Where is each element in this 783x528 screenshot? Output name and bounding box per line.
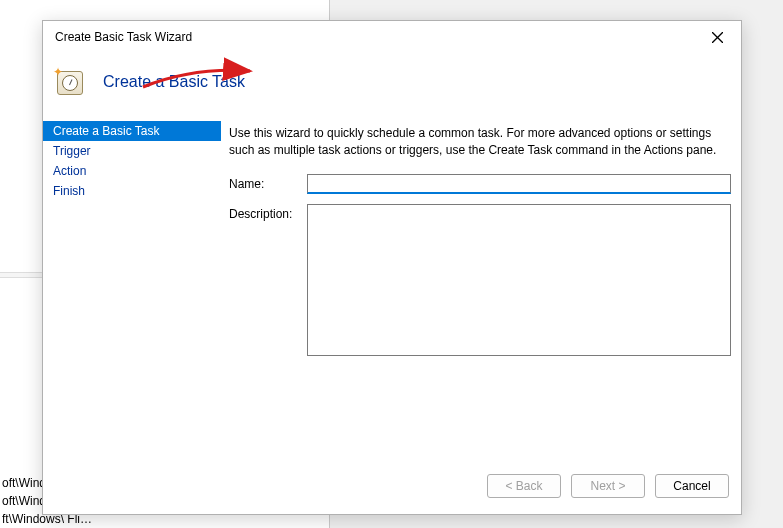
name-label: Name: [229, 174, 307, 191]
description-textarea[interactable] [307, 204, 731, 356]
cancel-button[interactable]: Cancel [655, 474, 729, 498]
wizard-clock-icon: ✦ [55, 67, 85, 97]
dialog-body: Create a Basic Task Trigger Action Finis… [43, 121, 741, 466]
dialog-footer: < Back Next > Cancel [43, 466, 741, 514]
step-trigger[interactable]: Trigger [43, 141, 221, 161]
dialog-titlebar: Create Basic Task Wizard [43, 21, 741, 53]
step-create-basic-task[interactable]: Create a Basic Task [43, 121, 221, 141]
wizard-dialog: Create Basic Task Wizard ✦ Create a Basi… [42, 20, 742, 515]
name-input[interactable] [307, 174, 731, 194]
instructions-text: Use this wizard to quickly schedule a co… [229, 125, 731, 160]
description-label: Description: [229, 204, 307, 221]
next-button[interactable]: Next > [571, 474, 645, 498]
step-action[interactable]: Action [43, 161, 221, 181]
name-row: Name: [229, 174, 731, 194]
wizard-steps-sidebar: Create a Basic Task Trigger Action Finis… [43, 121, 221, 466]
dialog-header: ✦ Create a Basic Task [43, 53, 741, 121]
dialog-header-title: Create a Basic Task [103, 73, 245, 91]
step-finish[interactable]: Finish [43, 181, 221, 201]
close-button[interactable] [703, 25, 731, 49]
back-button[interactable]: < Back [487, 474, 561, 498]
description-row: Description: [229, 204, 731, 356]
dialog-title: Create Basic Task Wizard [55, 30, 703, 44]
wizard-content: Use this wizard to quickly schedule a co… [221, 121, 741, 466]
close-icon [712, 32, 723, 43]
